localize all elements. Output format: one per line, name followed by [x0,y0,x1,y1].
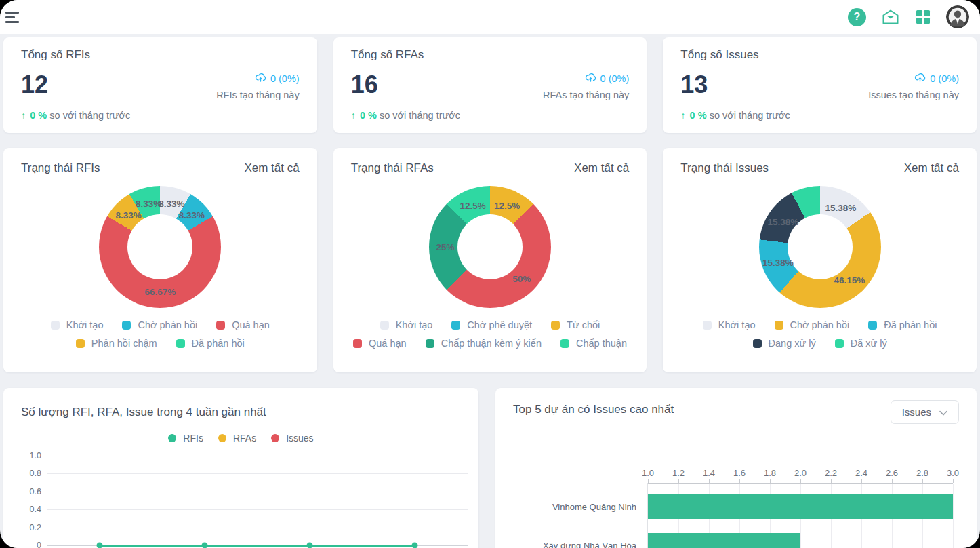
x-axis-label: 1.6 [733,468,746,478]
stat-card-issues: Tổng số Issues 13 0 (0%) [663,37,977,133]
donut-slice-label: 8.33% [179,210,205,220]
legend-label: Chấp thuận kèm ý kiến [441,338,542,349]
x-axis-label: 1.2 [672,468,685,478]
donut-slice-label: 8.33% [159,199,184,209]
stat-card-rfas: Tổng số RFAs 16 0 (0%) [333,37,647,133]
bar-2[interactable] [648,533,800,548]
legend-label: Chờ phê duyệt [467,319,532,330]
legend-item[interactable]: Khởi tạo [51,319,104,330]
dropdown-value: Issues [902,406,931,418]
view-all-link[interactable]: Xem tất cả [904,161,959,175]
grid-line [47,509,468,510]
x-axis-tick [831,479,832,483]
legend-label: Khởi tạo [66,319,104,330]
legend-swatch [451,321,460,330]
top-projects-bar-chart[interactable]: 1.01.21.41.61.82.02.22.42.62.83.0Vinhome… [495,468,953,548]
x-axis-label: 2.2 [825,468,837,478]
legend-label: Chấp thuận [576,338,627,349]
legend-item[interactable]: Đã phản hồi [868,319,937,330]
dashboard-main: Tổng số RFIs 12 0 (0%) [0,34,980,548]
x-axis-tick [739,479,740,483]
legend-item[interactable]: Chờ phản hồi [122,319,197,330]
legend-item[interactable]: Quá hạn [353,338,407,349]
stat-title: Tổng số RFAs [351,48,630,62]
y-axis-label: 0.8 [17,469,41,478]
x-axis-tick [648,479,649,483]
issues-filter-dropdown[interactable]: Issues [891,400,959,424]
user-avatar[interactable] [946,5,969,28]
legend-label: Đã phản hồi [192,338,245,349]
rfas-donut-chart[interactable]: 12.5%50%25%12.5% [429,186,551,308]
legend-item[interactable]: RFIs [168,433,203,444]
legend-label: RFIs [183,433,203,444]
legend-swatch [560,339,569,348]
legend-swatch [76,339,85,348]
y-axis-label: 0.6 [17,487,41,496]
stat-monthly-label: RFAs tạo tháng này [543,90,629,100]
stat-monthly-value: 0 (0%) [930,73,959,84]
stat-value: 16 [351,73,378,97]
legend-item[interactable]: Khởi tạo [380,319,433,330]
status-card-rfas: Trạng thái RFAs Xem tất cả 12.5%50%25%12… [333,148,647,372]
stat-trend: ↑ 0 % so với tháng trước [351,110,630,121]
legend-dot [271,434,279,442]
chevron-down-icon [939,406,947,418]
x-axis-tick [770,479,771,483]
rfis-donut-chart[interactable]: 8.33%8.33%66.67%8.33%8.33% [99,186,221,308]
view-all-link[interactable]: Xem tất cả [244,161,299,175]
series-data-point[interactable] [412,543,418,548]
legend-item[interactable]: Đã phản hồi [176,338,245,349]
legend-item[interactable]: Khởi tạo [703,319,756,330]
grid-line [47,528,468,528]
series-data-point[interactable] [201,543,207,548]
help-icon[interactable]: ? [848,8,866,26]
donut-slice-label: 66.67% [144,287,176,297]
trend-label: so với tháng trước [710,110,790,121]
donut-slice-label: 15.38% [767,216,798,227]
legend-item[interactable]: Issues [271,433,313,444]
legend-label: Đang xử lý [769,338,816,349]
apps-grid-icon[interactable] [915,9,931,25]
issues-donut-chart[interactable]: 15.38%46.15%15.38%15.38% [759,186,881,308]
series-data-point[interactable] [307,543,313,548]
x-axis-tick [709,479,710,483]
stat-card-rfis: Tổng số RFIs 12 0 (0%) [3,37,317,133]
mail-icon[interactable] [881,9,900,25]
rfis-donut-legend: Khởi tạoChờ phản hồiQuá hạnPhản hồi chậm… [3,308,317,349]
x-axis-tick [678,479,679,483]
line-chart-plot[interactable]: 1.00.80.60.40.20 [17,453,468,548]
x-axis-tick [953,479,954,483]
legend-label: Phản hồi chậm [91,338,157,349]
trend-value: 0 % [360,110,377,121]
legend-item[interactable]: Chấp thuận kèm ý kiến [426,338,542,349]
stat-monthly-value: 0 (0%) [270,73,300,84]
rfas-donut-legend: Khởi tạoChờ phê duyệtTừ chốiQuá hạnChấp … [333,308,647,349]
donut-slice-label: 15.38% [762,258,794,268]
legend-item[interactable]: Chờ phê duyệt [451,319,532,330]
legend-item[interactable]: Đã xử lý [835,338,887,349]
stat-value: 12 [21,73,48,97]
x-axis-label: 2.6 [886,468,898,478]
legend-item[interactable]: Chấp thuận [560,338,627,349]
legend-item[interactable]: Chờ phản hồi [775,319,850,330]
legend-swatch [380,321,389,330]
line-chart-legend: RFIsRFAsIssues [3,433,478,444]
legend-swatch [426,339,434,348]
grid-line [47,492,468,492]
legend-item[interactable]: Phản hồi chậm [76,338,157,349]
donut-slice-label: 12.5% [460,201,486,211]
legend-label: Đã xử lý [851,338,887,349]
stat-value: 13 [680,73,708,97]
legend-item[interactable]: Từ chối [551,319,600,330]
legend-item[interactable]: Đang xử lý [753,338,816,349]
series-data-point[interactable] [96,543,102,548]
cloud-upload-icon [585,73,596,85]
legend-item[interactable]: RFAs [218,433,256,444]
legend-label: Chờ phản hồi [138,319,197,330]
menu-fold-icon[interactable] [5,7,26,27]
trend-up-icon: ↑ [21,110,26,121]
legend-item[interactable]: Quá hạn [216,319,270,330]
bar-1[interactable] [648,494,953,519]
view-all-link[interactable]: Xem tất cả [574,161,629,175]
legend-swatch [835,339,844,348]
